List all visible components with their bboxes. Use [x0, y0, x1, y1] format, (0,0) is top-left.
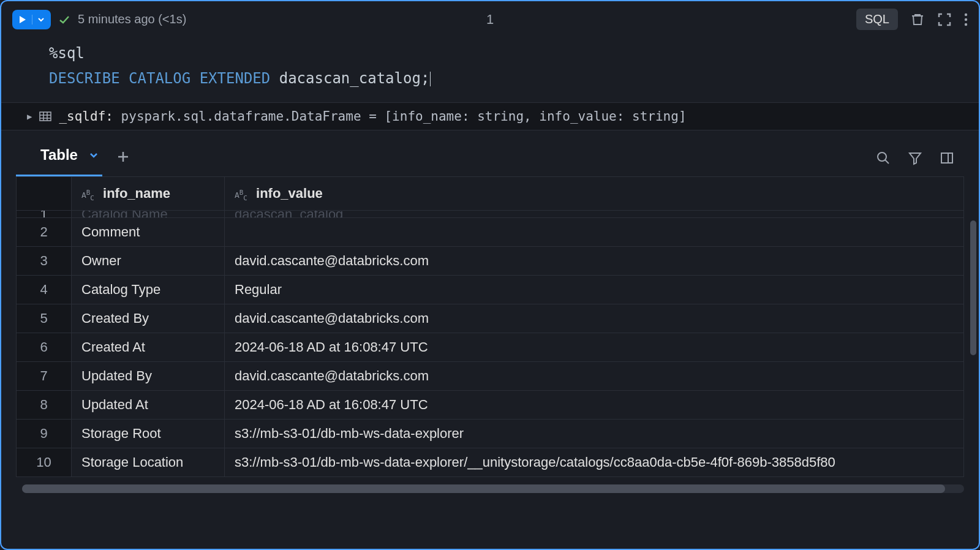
row-number: 7	[17, 362, 72, 391]
col-header-1: info_name	[103, 186, 170, 201]
filter-button[interactable]	[908, 151, 922, 165]
cell-info-name: Catalog Type	[72, 276, 225, 304]
row-number: 3	[17, 247, 72, 276]
table-row: 1 Catalog Name dacascan_catalog	[17, 211, 964, 218]
results-toolbar-right	[876, 151, 964, 165]
svg-marker-0	[20, 16, 26, 23]
table-row[interactable]: 6Created At2024-06-18 AD at 16:08:47 UTC	[17, 333, 964, 362]
panel-button[interactable]	[940, 151, 954, 165]
table-row[interactable]: 3Ownerdavid.cascante@databricks.com	[17, 247, 964, 276]
cell-info-value: david.cascante@databricks.com	[225, 362, 964, 391]
text-cursor	[430, 72, 431, 86]
delete-button[interactable]	[910, 12, 925, 27]
cell-info-value: s3://mb-s3-01/db-mb-ws-data-explorer/__u…	[225, 448, 964, 477]
cell-info-value: david.cascante@databricks.com	[225, 304, 964, 333]
vertical-scrollbar[interactable]	[970, 220, 976, 478]
table-row[interactable]: 9Storage Roots3://mb-s3-01/db-mb-ws-data…	[17, 420, 964, 448]
code-kw-extended: EXTENDED	[200, 70, 271, 87]
plus-icon	[117, 151, 129, 163]
cell-info-value: Regular	[225, 276, 964, 304]
table-row[interactable]: 10Storage Locations3://mb-s3-01/db-mb-ws…	[17, 448, 964, 477]
row-number: 5	[17, 304, 72, 333]
dataframe-icon	[39, 111, 51, 121]
horizontal-scrollbar[interactable]	[22, 484, 964, 493]
cell-info-value: david.cascante@databricks.com	[225, 247, 964, 276]
row-number: 2	[17, 218, 72, 247]
chevron-down-icon	[37, 16, 45, 23]
row-number: 4	[17, 276, 72, 304]
row-number: 9	[17, 420, 72, 448]
panel-icon	[940, 151, 954, 165]
table-row[interactable]: 8Updated At2024-06-18 AD at 16:08:47 UTC	[17, 391, 964, 420]
code-identifier: dacascan_catalog;	[279, 70, 430, 87]
code-editor[interactable]: %sql DESCRIBE CATALOG EXTENDED dacascan_…	[1, 37, 979, 102]
chevron-down-icon[interactable]	[89, 146, 99, 164]
scrollbar-thumb[interactable]	[22, 484, 945, 493]
row-number: 8	[17, 391, 72, 420]
filter-icon	[908, 151, 922, 165]
string-type-icon: ABC	[81, 190, 94, 200]
results-table: ABC info_name ABC info_value 1 Catalog N…	[16, 176, 964, 478]
search-button[interactable]	[876, 151, 891, 165]
scrollbar-thumb[interactable]	[970, 220, 976, 355]
cell-info-name: Owner	[72, 247, 225, 276]
code-kw-catalog: CATALOG	[129, 70, 190, 87]
success-check-icon	[58, 13, 70, 26]
code-kw-describe: DESCRIBE	[49, 70, 120, 87]
svg-marker-13	[910, 153, 921, 164]
cell-info-name: Created By	[72, 304, 225, 333]
cell-info-value: 2024-06-18 AD at 16:08:47 UTC	[225, 333, 964, 362]
svg-point-2	[965, 18, 967, 20]
cell-info-value: 2024-06-18 AD at 16:08:47 UTC	[225, 391, 964, 420]
cell-info-name: Catalog Name	[72, 211, 225, 218]
play-icon	[18, 15, 27, 24]
cell-number: 1	[486, 12, 494, 28]
more-button[interactable]	[964, 12, 968, 27]
expand-triangle-icon[interactable]: ▶	[27, 111, 32, 121]
svg-rect-4	[40, 112, 51, 121]
toolbar-right: SQL	[856, 9, 968, 30]
svg-point-1	[965, 13, 967, 15]
output-schema-bar[interactable]: ▶ _sqldf: pyspark.sql.dataframe.DataFram…	[1, 102, 979, 130]
schema-var-name: _sqldf:	[59, 109, 113, 124]
schema-type: pyspark.sql.dataframe.DataFrame = [info_…	[121, 109, 687, 124]
expand-button[interactable]	[937, 12, 952, 27]
cell-info-value: s3://mb-s3-01/db-mb-ws-data-explorer	[225, 420, 964, 448]
table-row[interactable]: 7Updated Bydavid.cascante@databricks.com	[17, 362, 964, 391]
expand-icon	[937, 12, 952, 27]
cell-info-name: Storage Root	[72, 420, 225, 448]
row-number: 6	[17, 333, 72, 362]
col-info-name[interactable]: ABC info_name	[72, 176, 225, 211]
svg-line-12	[885, 160, 889, 164]
table-row[interactable]: 4Catalog TypeRegular	[17, 276, 964, 304]
cell-info-value: dacascan_catalog	[225, 211, 964, 218]
cell-toolbar: 5 minutes ago (<1s) 1 SQL	[1, 1, 979, 37]
col-header-2: info_value	[256, 186, 323, 201]
cell-info-value	[225, 218, 964, 247]
table-row[interactable]: 2Comment	[17, 218, 964, 247]
cell-info-name: Comment	[72, 218, 225, 247]
add-tab-button[interactable]	[117, 149, 129, 167]
cell-info-name: Storage Location	[72, 448, 225, 477]
results-toolbar: Table	[1, 130, 979, 176]
svg-rect-14	[941, 153, 952, 163]
cell-info-name: Updated At	[72, 391, 225, 420]
kebab-icon	[964, 12, 968, 27]
run-status-text: 5 minutes ago (<1s)	[78, 12, 186, 26]
col-info-value[interactable]: ABC info_value	[225, 176, 964, 211]
svg-point-3	[965, 23, 967, 25]
cell-info-name: Created At	[72, 333, 225, 362]
tab-table[interactable]: Table	[16, 140, 102, 176]
cell-info-name: Updated By	[72, 362, 225, 391]
language-badge[interactable]: SQL	[856, 9, 898, 30]
tab-label: Table	[40, 146, 78, 164]
row-number: 10	[17, 448, 72, 477]
run-divider	[32, 15, 32, 24]
table-row[interactable]: 5Created Bydavid.cascante@databricks.com	[17, 304, 964, 333]
run-button[interactable]	[12, 10, 51, 29]
col-rownum[interactable]	[17, 176, 72, 211]
code-magic: %sql	[49, 45, 85, 62]
search-icon	[876, 151, 891, 165]
string-type-icon: ABC	[235, 190, 247, 200]
trash-icon	[910, 12, 925, 27]
